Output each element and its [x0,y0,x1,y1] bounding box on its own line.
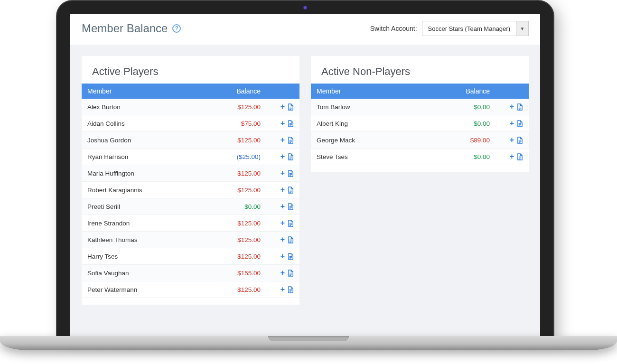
plus-icon[interactable]: + [280,119,285,128]
document-icon[interactable] [288,236,294,243]
camera-icon [303,5,308,10]
chevron-down-icon[interactable]: ▼ [516,21,528,36]
table-row: Ryan Harrison($25.00)+ [82,149,299,165]
member-name: Harry Tses [82,248,202,265]
plus-icon[interactable]: + [280,235,285,244]
row-actions: + [266,198,299,215]
plus-icon[interactable]: + [280,186,285,194]
plus-icon[interactable]: + [280,285,285,294]
row-actions: + [266,115,299,132]
page-header: Member Balance ? Switch Account: Soccer … [70,14,540,45]
row-actions: + [266,149,299,165]
title-wrap: Member Balance ? [82,22,181,35]
plus-icon[interactable]: + [280,202,285,211]
plus-icon[interactable]: + [280,103,285,111]
row-actions: + [266,99,299,115]
member-balance: $0.00 [419,115,495,132]
row-actions: + [266,165,299,182]
plus-icon[interactable]: + [280,136,285,144]
document-icon[interactable] [288,187,294,194]
help-icon[interactable]: ? [172,24,181,33]
plus-icon[interactable]: + [510,103,514,111]
switch-account-label: Switch Account: [370,25,417,32]
document-icon[interactable] [288,220,294,227]
plus-icon[interactable]: + [280,169,285,177]
col-header-actions [495,84,529,99]
member-balance: $125.00 [202,248,267,265]
document-icon[interactable] [517,137,523,144]
players-table: Member Balance Alex Burton$125.00+Aidan … [82,84,299,298]
table-row: Steve Tses$0.00+ [311,149,529,165]
plus-icon[interactable]: + [510,152,514,161]
panel-title-players: Active Players [82,65,299,84]
document-icon[interactable] [517,153,523,160]
laptop-frame: Member Balance ? Switch Account: Soccer … [56,0,554,337]
member-name: Peter Watermann [82,281,202,298]
member-balance: $125.00 [202,182,267,198]
nonplayers-table: Member Balance Tom Barlow$0.00+Albert Ki… [311,84,529,165]
plus-icon[interactable]: + [510,136,514,144]
member-balance: $125.00 [202,165,267,182]
table-row: Robert Karagiannis$125.00+ [82,182,299,198]
plus-icon[interactable]: + [280,252,285,261]
document-icon[interactable] [288,153,294,160]
table-row: Alex Burton$125.00+ [82,99,299,115]
panel-title-nonplayers: Active Non-Players [311,65,529,84]
account-selected-value: Soccer Stars (Team Manager) [422,25,516,32]
member-name: Ryan Harrison [82,149,202,165]
document-icon[interactable] [517,120,523,127]
document-icon[interactable] [288,253,294,260]
laptop-base [0,336,617,350]
plus-icon[interactable]: + [280,269,285,277]
laptop-notch [268,336,349,341]
table-header-row: Member Balance [82,84,299,99]
table-header-row: Member Balance [311,84,529,99]
col-header-balance: Balance [419,84,495,99]
member-balance: $125.00 [202,232,267,248]
document-icon[interactable] [288,103,294,111]
document-icon[interactable] [517,103,523,111]
col-header-balance: Balance [202,84,267,99]
table-row: Irene Strandon$125.00+ [82,215,299,232]
row-actions: + [266,232,299,248]
member-balance: $0.00 [419,149,495,165]
member-balance: $125.00 [202,99,267,115]
member-name: George Mack [311,132,419,149]
plus-icon[interactable]: + [280,152,285,161]
table-row: Preeti Serill$0.00+ [82,198,299,215]
plus-icon[interactable]: + [510,119,514,128]
table-row: Aidan Collins$75.00+ [82,115,299,132]
member-name: Robert Karagiannis [82,182,202,198]
table-row: Sofia Vaughan$155.00+ [82,265,299,281]
table-row: Harry Tses$125.00+ [82,248,299,265]
row-actions: + [266,182,299,198]
member-name: Maria Huffington [82,165,202,182]
account-switcher: Switch Account: Soccer Stars (Team Manag… [370,21,529,36]
content-area: Active Players Member Balance Alex Burto… [70,45,540,316]
member-name: Albert King [311,115,419,132]
document-icon[interactable] [288,203,294,210]
table-row: Tom Barlow$0.00+ [311,99,529,115]
member-name: Kathleen Thomas [82,232,202,248]
document-icon[interactable] [288,120,294,127]
document-icon[interactable] [288,170,294,177]
member-name: Preeti Serill [82,198,202,215]
member-name: Steve Tses [311,149,419,165]
col-header-actions [266,84,299,99]
member-balance: ($25.00) [202,149,267,165]
table-row: Peter Watermann$125.00+ [82,281,299,298]
document-icon[interactable] [288,270,294,277]
row-actions: + [495,132,529,149]
member-balance: $125.00 [202,132,267,149]
document-icon[interactable] [288,137,294,144]
plus-icon[interactable]: + [280,219,285,227]
member-balance: $125.00 [202,215,267,232]
table-row: George Mack$89.00+ [311,132,529,149]
account-select[interactable]: Soccer Stars (Team Manager) ▼ [422,21,529,36]
page-title: Member Balance [82,22,168,35]
table-row: Joshua Gordon$125.00+ [82,132,299,149]
member-balance: $125.00 [202,281,267,298]
app-screen: Member Balance ? Switch Account: Soccer … [70,14,540,336]
row-actions: + [495,115,529,132]
document-icon[interactable] [288,286,294,293]
